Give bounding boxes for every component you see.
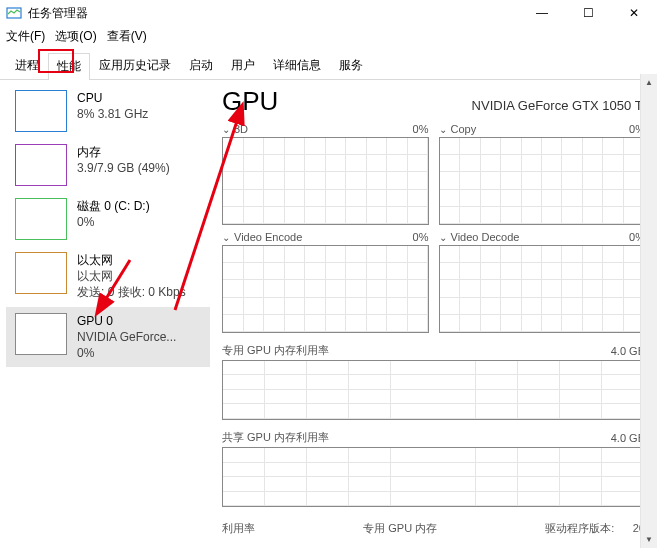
minimize-button[interactable]: — bbox=[519, 0, 565, 26]
shared-gpu-mem-label: 共享 GPU 内存利用率 bbox=[222, 430, 329, 445]
tab-performance[interactable]: 性能 bbox=[48, 53, 90, 80]
chart-value-video-encode: 0% bbox=[413, 231, 429, 243]
chevron-down-icon[interactable]: ⌄ bbox=[222, 232, 230, 243]
tab-users[interactable]: 用户 bbox=[222, 52, 264, 79]
tab-bar: 进程 性能 应用历史记录 启动 用户 详细信息 服务 bbox=[0, 52, 657, 80]
chart-label-3d[interactable]: 3D bbox=[234, 123, 248, 135]
disk-thumb-chart bbox=[15, 198, 67, 240]
dedicated-gpu-mem-chart bbox=[222, 360, 645, 420]
sidebar-item-cpu[interactable]: CPU 8% 3.81 GHz bbox=[6, 84, 210, 138]
chart-label-video-decode[interactable]: Video Decode bbox=[451, 231, 520, 243]
menu-view[interactable]: 查看(V) bbox=[107, 28, 147, 45]
chart-block-3d: ⌄3D 0% bbox=[222, 123, 429, 225]
vertical-scrollbar[interactable]: ▲ ▼ bbox=[640, 74, 657, 548]
close-button[interactable]: ✕ bbox=[611, 0, 657, 26]
tab-details[interactable]: 详细信息 bbox=[264, 52, 330, 79]
shared-gpu-mem-chart bbox=[222, 447, 645, 507]
memory-thumb-chart bbox=[15, 144, 67, 186]
scroll-down-button[interactable]: ▼ bbox=[641, 531, 657, 548]
chart-block-video-decode: ⌄Video Decode 0% bbox=[439, 231, 646, 333]
window-title: 任务管理器 bbox=[28, 5, 88, 22]
ethernet-sub1: 以太网 bbox=[77, 268, 186, 284]
gpu-details-panel: GPU NVIDIA GeForce GTX 1050 Ti ⌄3D 0% ⌄C… bbox=[210, 80, 657, 548]
chart-video-decode bbox=[439, 245, 646, 333]
ethernet-thumb-chart bbox=[15, 252, 67, 294]
gpu-sub1: NVIDIA GeForce... bbox=[77, 329, 176, 345]
chevron-down-icon[interactable]: ⌄ bbox=[439, 124, 447, 135]
tab-services[interactable]: 服务 bbox=[330, 52, 372, 79]
sidebar-item-gpu[interactable]: GPU 0 NVIDIA GeForce... 0% bbox=[6, 307, 210, 368]
cpu-title: CPU bbox=[77, 90, 148, 106]
gpu-sub2: 0% bbox=[77, 345, 176, 361]
menu-options[interactable]: 选项(O) bbox=[55, 28, 96, 45]
disk-sub: 0% bbox=[77, 214, 150, 230]
disk-title: 磁盘 0 (C: D:) bbox=[77, 198, 150, 214]
stat-dedicated-mem-label: 专用 GPU 内存 bbox=[363, 521, 437, 536]
cpu-thumb-chart bbox=[15, 90, 67, 132]
chart-label-video-encode[interactable]: Video Encode bbox=[234, 231, 302, 243]
stat-utilization-label: 利用率 bbox=[222, 521, 255, 536]
sidebar-item-disk[interactable]: 磁盘 0 (C: D:) 0% bbox=[6, 192, 210, 246]
sidebar-item-memory[interactable]: 内存 3.9/7.9 GB (49%) bbox=[6, 138, 210, 192]
cpu-sub: 8% 3.81 GHz bbox=[77, 106, 148, 122]
app-icon bbox=[6, 5, 22, 21]
chart-video-encode bbox=[222, 245, 429, 333]
performance-sidebar[interactable]: CPU 8% 3.81 GHz 内存 3.9/7.9 GB (49%) 磁盘 0… bbox=[0, 80, 210, 548]
chart-block-copy: ⌄Copy 0% bbox=[439, 123, 646, 225]
chart-block-video-encode: ⌄Video Encode 0% bbox=[222, 231, 429, 333]
gpu-thumb-chart bbox=[15, 313, 67, 355]
chevron-down-icon[interactable]: ⌄ bbox=[439, 232, 447, 243]
dedicated-gpu-mem-label: 专用 GPU 内存利用率 bbox=[222, 343, 329, 358]
chart-3d bbox=[222, 137, 429, 225]
page-title: GPU bbox=[222, 86, 278, 117]
gpu-adapter-name: NVIDIA GeForce GTX 1050 Ti bbox=[472, 98, 645, 113]
chart-label-copy[interactable]: Copy bbox=[451, 123, 477, 135]
gpu-title: GPU 0 bbox=[77, 313, 176, 329]
menu-bar: 文件(F) 选项(O) 查看(V) bbox=[0, 26, 657, 46]
ethernet-title: 以太网 bbox=[77, 252, 186, 268]
scroll-up-button[interactable]: ▲ bbox=[641, 74, 657, 91]
sidebar-item-ethernet[interactable]: 以太网 以太网 发送: 0 接收: 0 Kbps bbox=[6, 246, 210, 307]
memory-title: 内存 bbox=[77, 144, 170, 160]
tab-startup[interactable]: 启动 bbox=[180, 52, 222, 79]
chart-copy bbox=[439, 137, 646, 225]
ethernet-sub2: 发送: 0 接收: 0 Kbps bbox=[77, 284, 186, 300]
stat-driver-version-label: 驱动程序版本: bbox=[545, 522, 614, 534]
chart-value-3d: 0% bbox=[413, 123, 429, 135]
tab-processes[interactable]: 进程 bbox=[6, 52, 48, 79]
tab-apphistory[interactable]: 应用历史记录 bbox=[90, 52, 180, 79]
chevron-down-icon[interactable]: ⌄ bbox=[222, 124, 230, 135]
memory-sub: 3.9/7.9 GB (49%) bbox=[77, 160, 170, 176]
menu-file[interactable]: 文件(F) bbox=[6, 28, 45, 45]
maximize-button[interactable]: ☐ bbox=[565, 0, 611, 26]
